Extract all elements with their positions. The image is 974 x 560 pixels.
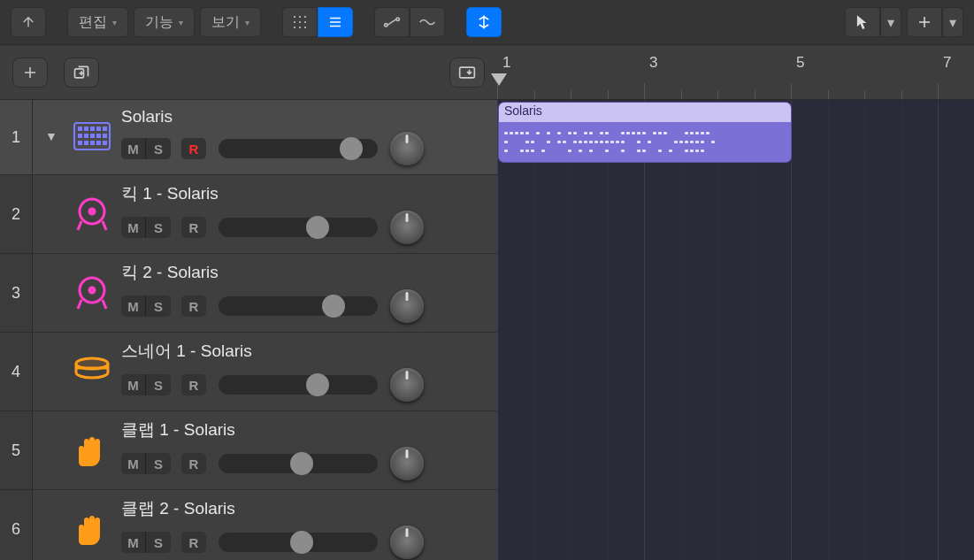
mute-button[interactable]: M <box>121 217 146 238</box>
clap-icon <box>72 508 112 548</box>
record-enable-button[interactable]: R <box>181 217 206 238</box>
svg-rect-38 <box>103 141 107 145</box>
menu-function[interactable]: 기능▾ <box>134 7 195 37</box>
pan-knob[interactable] <box>390 525 424 559</box>
svg-rect-24 <box>78 127 82 131</box>
pan-knob[interactable] <box>390 289 424 323</box>
volume-slider[interactable] <box>219 454 378 473</box>
svg-point-6 <box>294 27 295 28</box>
svg-rect-26 <box>90 127 95 131</box>
region-preview <box>499 122 791 162</box>
main: 1 ▼ Solaris M S R 2 <box>0 45 974 560</box>
bar-number: 7 <box>943 54 951 72</box>
secondary-tool-menu[interactable]: ▾ <box>942 7 963 37</box>
volume-slider[interactable] <box>219 296 378 316</box>
bar-number: 3 <box>649 54 657 72</box>
track-row[interactable]: 5 클랩 1 - Solaris M S R <box>0 411 497 490</box>
disclosure-triangle[interactable]: ▼ <box>40 129 63 143</box>
chevron-down-icon: ▾ <box>887 14 894 31</box>
volume-slider[interactable] <box>219 375 378 395</box>
pan-knob[interactable] <box>390 132 424 165</box>
duplicate-track-button[interactable] <box>64 58 99 88</box>
catch-playhead-button[interactable] <box>466 7 502 37</box>
region-solaris[interactable]: Solaris <box>499 103 791 162</box>
track-row[interactable]: 1 ▼ Solaris M S R <box>0 100 497 175</box>
svg-point-8 <box>304 27 306 28</box>
track-name: 스네어 1 - Solaris <box>121 340 488 363</box>
chevron-down-icon: ▾ <box>245 18 249 27</box>
track-row[interactable]: 3 킥 2 - Solaris M S R <box>0 254 497 333</box>
solo-button[interactable]: S <box>146 217 171 238</box>
chevron-down-icon: ▾ <box>112 18 117 27</box>
pan-knob[interactable] <box>390 447 424 480</box>
kick-icon <box>72 193 112 234</box>
svg-rect-36 <box>90 141 95 145</box>
track-name: Solaris <box>121 107 488 127</box>
record-enable-button[interactable]: R <box>181 453 206 474</box>
volume-slider[interactable] <box>219 218 378 237</box>
pan-knob[interactable] <box>390 368 424 402</box>
arrange-grid[interactable] <box>497 100 974 560</box>
solo-button[interactable]: S <box>146 374 171 395</box>
track-row[interactable]: 2 킥 1 - Solaris M S R <box>0 175 497 254</box>
list-mode-button[interactable] <box>318 7 353 37</box>
menu-view[interactable]: 보기▾ <box>200 7 261 37</box>
svg-rect-33 <box>103 134 107 138</box>
solo-button[interactable]: S <box>146 453 171 474</box>
pointer-tool[interactable] <box>845 7 880 37</box>
mute-button[interactable]: M <box>121 453 146 474</box>
svg-rect-31 <box>90 134 95 138</box>
clap-icon <box>72 429 112 470</box>
svg-rect-28 <box>103 127 107 131</box>
ruler[interactable]: 1 3 5 7 <box>497 45 974 100</box>
grid-mode-button[interactable] <box>282 7 318 37</box>
track-list-header <box>0 45 497 100</box>
flex-button[interactable] <box>410 7 445 37</box>
track-number: 5 <box>0 411 33 489</box>
playhead-icon[interactable] <box>491 73 507 86</box>
add-track-button[interactable] <box>12 58 48 88</box>
svg-rect-37 <box>96 141 101 145</box>
record-enable-button[interactable]: R <box>181 138 206 159</box>
svg-point-0 <box>294 16 295 18</box>
toolbar: 편집▾ 기능▾ 보기▾ ▾ ▾ <box>0 0 974 45</box>
mute-button[interactable]: M <box>121 295 146 317</box>
region-label: Solaris <box>499 103 791 122</box>
timeline[interactable]: 1 3 5 7 Solaris <box>497 45 974 560</box>
solo-button[interactable]: S <box>146 532 171 553</box>
back-button[interactable] <box>11 7 46 37</box>
track-number: 3 <box>0 254 33 332</box>
svg-point-1 <box>299 16 301 18</box>
svg-line-46 <box>103 300 106 309</box>
solo-button[interactable]: S <box>146 138 171 159</box>
track-name: 클랩 1 - Solaris <box>121 418 488 441</box>
volume-slider[interactable] <box>219 139 378 158</box>
svg-rect-29 <box>78 134 82 138</box>
svg-line-41 <box>78 221 81 230</box>
chevron-down-icon: ▾ <box>179 18 183 27</box>
pan-knob[interactable] <box>390 211 424 244</box>
svg-point-7 <box>299 27 301 28</box>
mute-button[interactable]: M <box>121 138 146 159</box>
catch-button[interactable] <box>449 58 485 88</box>
automation-button[interactable] <box>374 7 410 37</box>
svg-point-12 <box>385 24 387 27</box>
track-number: 4 <box>0 333 33 410</box>
mute-button[interactable]: M <box>121 374 146 395</box>
volume-slider[interactable] <box>219 533 378 552</box>
pointer-tool-menu[interactable]: ▾ <box>880 7 901 37</box>
solo-button[interactable]: S <box>146 295 171 317</box>
track-name: 킥 1 - Solaris <box>121 182 488 205</box>
track-row[interactable]: 6 클랩 2 - Solaris M S R <box>0 490 497 560</box>
record-enable-button[interactable]: R <box>181 532 206 553</box>
mute-button[interactable]: M <box>121 532 146 553</box>
chevron-down-icon: ▾ <box>949 14 956 31</box>
secondary-tool[interactable] <box>907 7 942 37</box>
svg-point-40 <box>89 209 95 214</box>
track-row[interactable]: 4 스네어 1 - Solaris M S R <box>0 333 497 411</box>
record-enable-button[interactable]: R <box>181 374 206 395</box>
record-enable-button[interactable]: R <box>181 295 206 317</box>
svg-point-5 <box>304 21 306 23</box>
menu-edit[interactable]: 편집▾ <box>67 7 128 37</box>
svg-rect-35 <box>84 141 88 145</box>
